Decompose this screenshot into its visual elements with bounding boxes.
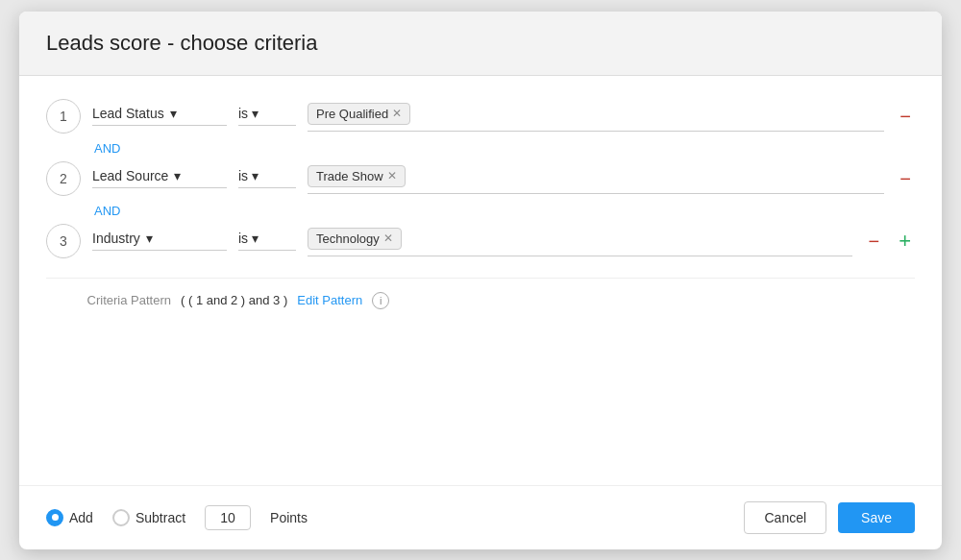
modal-body: 1 Lead Status ▾ is ▾ Pre Qualified ✕ − A…: [19, 76, 942, 485]
points-label: Points: [270, 510, 308, 525]
edit-pattern-link[interactable]: Edit Pattern: [297, 293, 362, 307]
subtract-radio-indicator: [112, 509, 130, 526]
add-row-button[interactable]: +: [895, 231, 915, 252]
remove-row-3-button[interactable]: −: [864, 231, 883, 251]
modal-footer: Add Subtract Points Cancel Save: [19, 485, 942, 549]
chevron-down-icon: ▾: [146, 231, 153, 246]
field-dropdown-3[interactable]: Industry ▾: [92, 231, 227, 251]
criteria-pattern-section: Criteria Pattern ( ( 1 and 2 ) and 3 ) E…: [46, 278, 915, 309]
field-dropdown-1[interactable]: Lead Status ▾: [92, 106, 227, 126]
cancel-button[interactable]: Cancel: [744, 501, 826, 534]
chevron-down-icon: ▾: [170, 106, 177, 121]
remove-row-1-button[interactable]: −: [896, 107, 915, 126]
tag-remove-3[interactable]: ✕: [383, 232, 393, 244]
footer-right: Cancel Save: [744, 501, 915, 534]
value-area-1[interactable]: Pre Qualified ✕: [308, 101, 884, 132]
and-label-1: AND: [94, 141, 915, 156]
info-icon[interactable]: i: [372, 292, 389, 309]
tag-2: Trade Show ✕: [308, 165, 406, 187]
field-dropdown-2[interactable]: Lead Source ▾: [92, 168, 227, 188]
tag-remove-2[interactable]: ✕: [387, 170, 397, 182]
add-radio-label: Add: [69, 510, 93, 525]
tag-3: Technology ✕: [308, 228, 402, 250]
add-radio-indicator: [46, 509, 63, 526]
criteria-row-1: 1 Lead Status ▾ is ▾ Pre Qualified ✕ −: [46, 99, 915, 134]
modal-header: Leads score - choose criteria: [19, 12, 942, 76]
tag-remove-1[interactable]: ✕: [392, 108, 402, 119]
value-area-2[interactable]: Trade Show ✕: [308, 163, 884, 194]
value-area-3[interactable]: Technology ✕: [308, 226, 852, 256]
criteria-pattern-label: Criteria Pattern: [46, 293, 171, 307]
remove-row-2-button[interactable]: −: [896, 169, 915, 188]
subtract-radio-label: Subtract: [136, 510, 185, 525]
add-radio[interactable]: Add: [46, 509, 93, 526]
row-number-1: 1: [46, 99, 81, 134]
operator-dropdown-1[interactable]: is ▾: [238, 106, 296, 126]
operator-dropdown-2[interactable]: is ▾: [238, 168, 296, 188]
operator-dropdown-3[interactable]: is ▾: [238, 231, 296, 251]
chevron-down-icon: ▾: [252, 106, 259, 121]
criteria-row-3: 3 Industry ▾ is ▾ Technology ✕ − +: [46, 224, 915, 258]
chevron-down-icon: ▾: [252, 168, 259, 183]
subtract-radio[interactable]: Subtract: [112, 509, 185, 526]
footer-left: Add Subtract Points: [46, 505, 308, 530]
row-number-2: 2: [46, 161, 81, 196]
and-label-2: AND: [94, 204, 915, 218]
criteria-pattern-text: ( ( 1 and 2 ) and 3 ): [181, 293, 287, 307]
save-button[interactable]: Save: [838, 502, 915, 533]
points-input[interactable]: [205, 505, 251, 530]
row-number-3: 3: [46, 224, 81, 258]
chevron-down-icon: ▾: [252, 231, 259, 246]
criteria-row-2: 2 Lead Source ▾ is ▾ Trade Show ✕ −: [46, 161, 915, 196]
modal-title: Leads score - choose criteria: [46, 31, 915, 56]
tag-1: Pre Qualified ✕: [308, 103, 410, 125]
modal-container: Leads score - choose criteria 1 Lead Sta…: [19, 12, 942, 549]
chevron-down-icon: ▾: [174, 168, 181, 183]
